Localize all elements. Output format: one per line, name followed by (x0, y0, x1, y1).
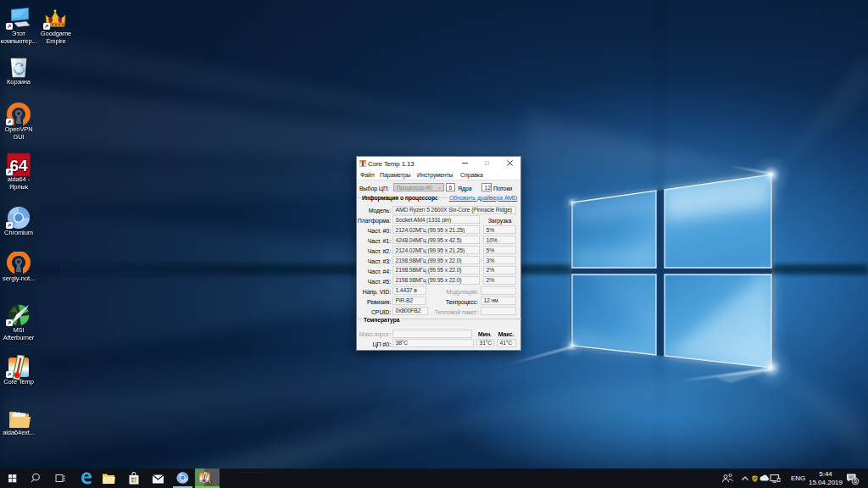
svg-text:6: 6 (854, 478, 857, 484)
